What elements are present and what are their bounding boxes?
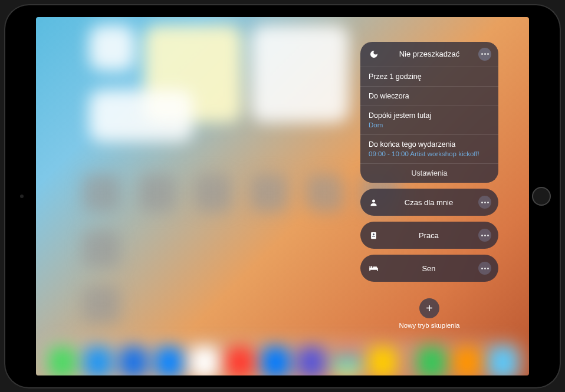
svg-rect-6	[377, 268, 377, 272]
svg-point-2	[372, 233, 374, 235]
dock	[39, 339, 525, 375]
add-focus-mode: + Nowy tryb skupienia	[360, 298, 498, 329]
dock-app	[226, 347, 254, 375]
app-icon	[83, 174, 120, 212]
svg-point-0	[372, 199, 375, 202]
home-button[interactable]	[532, 187, 551, 206]
dock-app	[262, 347, 290, 375]
focus-mode-more-button[interactable]	[478, 262, 491, 275]
widget-photos	[89, 90, 193, 141]
dock-app	[369, 347, 396, 375]
plus-icon: +	[426, 302, 433, 315]
ellipsis-icon	[481, 53, 489, 55]
ipad-frame: Nie przeszkadzać Przez 1 godzinę Do wiec…	[5, 5, 560, 387]
focus-option-evening[interactable]: Do wieczora	[360, 86, 498, 106]
svg-point-7	[370, 266, 372, 268]
focus-mode-work[interactable]: Praca	[360, 222, 498, 249]
dock-app	[84, 347, 111, 375]
ellipsis-icon	[481, 268, 489, 269]
screen: Nie przeszkadzać Przez 1 godzinę Do wiec…	[36, 17, 529, 375]
focus-mode-label: Sen	[379, 264, 478, 273]
dock-app	[333, 347, 361, 375]
focus-mode-more-button[interactable]	[478, 229, 491, 242]
ellipsis-icon	[481, 202, 489, 203]
focus-option-event[interactable]: Do końca tego wydarzenia 09:00 - 10:00 A…	[360, 134, 498, 163]
focus-dnd-title: Nie przeszkadzać	[380, 50, 478, 58]
dock-app	[120, 347, 147, 375]
focus-settings-link[interactable]: Ustawienia	[360, 163, 498, 183]
focus-mode-sleep[interactable]: Sen	[360, 255, 498, 282]
focus-modes-panel: Nie przeszkadzać Przez 1 godzinę Do wiec…	[360, 42, 498, 330]
widget-reminders	[251, 25, 349, 122]
svg-rect-1	[371, 232, 376, 239]
dock-app	[48, 347, 76, 375]
app-icon	[250, 174, 288, 212]
moon-icon	[367, 48, 380, 61]
focus-dnd-more-button[interactable]	[478, 48, 491, 61]
dock-app	[454, 347, 481, 375]
focus-option-1hour[interactable]: Przez 1 godzinę	[360, 67, 498, 86]
focus-option-location[interactable]: Dopóki jestem tutaj Dom	[360, 106, 498, 134]
svg-rect-4	[369, 268, 377, 271]
focus-dnd-header[interactable]: Nie przeszkadzać	[360, 42, 498, 67]
app-icon	[83, 285, 120, 323]
app-icon	[306, 174, 344, 212]
focus-option-label: Do końca tego wydarzenia	[369, 140, 490, 149]
dock-app	[190, 347, 218, 375]
focus-mode-more-button[interactable]	[478, 196, 491, 209]
widget-clock	[89, 25, 134, 70]
focus-option-label: Przez 1 godzinę	[369, 72, 490, 81]
app-icon	[194, 174, 232, 212]
person-icon	[367, 196, 379, 208]
bed-icon	[367, 262, 379, 274]
app-icon	[83, 230, 120, 268]
dock-app	[155, 347, 183, 375]
ellipsis-icon	[481, 235, 489, 236]
focus-mode-personal[interactable]: Czas dla mnie	[360, 189, 498, 216]
front-camera	[20, 195, 24, 198]
focus-option-label: Do wieczora	[369, 91, 490, 101]
svg-rect-3	[372, 236, 375, 237]
focus-option-sublabel: Dom	[369, 121, 490, 130]
add-focus-button[interactable]: +	[419, 298, 439, 318]
dock-app	[489, 347, 517, 375]
svg-rect-5	[369, 266, 370, 272]
focus-do-not-disturb-card: Nie przeszkadzać Przez 1 godzinę Do wiec…	[360, 42, 498, 183]
svg-rect-8	[373, 267, 377, 268]
focus-mode-label: Czas dla mnie	[379, 198, 478, 207]
focus-option-sublabel: 09:00 - 10:00 Artist workshop kickoff!	[369, 150, 490, 159]
add-focus-label: Nowy tryb skupienia	[399, 322, 460, 329]
focus-option-label: Dopóki jestem tutaj	[369, 111, 490, 120]
dock-app	[297, 347, 325, 375]
focus-mode-label: Praca	[379, 231, 478, 240]
app-icon	[139, 174, 176, 212]
badge-icon	[367, 229, 379, 241]
dock-app	[418, 347, 445, 375]
